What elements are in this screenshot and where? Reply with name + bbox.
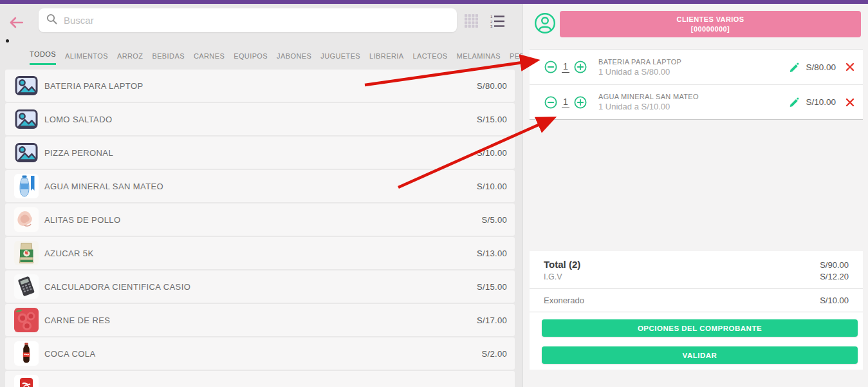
remove-item-icon[interactable] [845,97,855,108]
cart-items-card: 1 BATERIA PARA LAPTOP 1 Unidad a S/80.00… [530,49,863,120]
product-name: ALITAS DE POLLO [44,215,120,225]
product-price: S/15.00 [477,115,507,124]
catalog-panel: 123 TODOSALIMENTOSARROZBEBIDASCARNESEQUI… [0,4,522,387]
product-price: S/10.00 [477,182,507,191]
list-view-icon[interactable]: 123 [490,14,505,29]
product-price: S/15.00 [477,282,507,292]
category-tab-juguetes[interactable]: JUGUETES [320,52,360,65]
product-row[interactable]: BATERIA PARA LAPTOP S/80.00 [5,70,515,102]
placeholder-product-image [14,73,39,98]
cart-panel: CLIENTES VARIOS [00000000] 1 BATERIA PAR… [522,4,868,387]
igv-label: I.G.V [544,272,562,281]
increase-qty-button[interactable] [574,96,587,109]
increase-qty-button[interactable] [574,61,587,73]
cart-item-name: AGUA MINERAL SAN MATEO [598,93,699,100]
product-name: LOMO SALTADO [44,115,112,124]
totals-card: Total (2) S/90.00 I.G.V S/12.20 Exonerad… [530,251,863,370]
product-price: S/10.00 [477,148,507,158]
product-row[interactable] [5,371,515,387]
category-tab-lacteos[interactable]: LACTEOS [412,52,447,65]
client-document: [00000000] [560,24,861,34]
product-price: S/2.00 [482,349,507,359]
redcan-product-image [14,375,39,387]
total-label: Total (2) [544,259,580,270]
back-button[interactable] [8,14,26,32]
cart-item-price: S/80.00 [806,62,836,72]
product-row[interactable]: CALCULADORA CIENTIFICA CASIO S/15.00 [5,270,515,303]
remove-item-icon[interactable] [845,62,855,72]
cart-item-text: AGUA MINERAL SAN MATEO 1 Unidad a S/10.0… [598,93,699,111]
category-tab-melaminas[interactable]: MELAMINAS [457,52,501,65]
client-name: CLIENTES VARIOS [560,15,861,24]
meat-product-image [14,308,39,332]
category-tab-carnes[interactable]: CARNES [194,52,225,65]
svg-text:3: 3 [490,24,493,28]
cart-item-detail: 1 Unidad a S/10.00 [598,102,699,111]
qty-input[interactable]: 1 [562,61,569,73]
product-row[interactable]: COCA COLA S/2.00 [5,337,515,370]
category-tab-todos[interactable]: TODOS [30,50,56,65]
product-row[interactable]: AGUA MINERAL SAN MATEO S/10.00 [5,170,515,202]
client-select-button[interactable]: CLIENTES VARIOS [00000000] [560,11,861,37]
cart-item: 1 BATERIA PARA LAPTOP 1 Unidad a S/80.00… [530,50,863,84]
product-name: CALCULADORA CIENTIFICA CASIO [44,282,190,292]
decrease-qty-button[interactable] [544,96,557,109]
product-row[interactable]: PIZZA PERONAL S/10.00 [5,137,515,169]
product-price: S/80.00 [477,81,507,91]
category-tab-jabones[interactable]: JABONES [277,52,311,65]
category-tab-arroz[interactable]: ARROZ [117,52,143,65]
coke-product-image [14,341,39,366]
product-row[interactable]: AZUCAR 5K S/13.00 [5,237,515,269]
qty-input[interactable]: 1 [562,97,569,108]
product-price: S/5.00 [482,215,507,225]
product-price: S/13.00 [477,249,507,258]
decrease-qty-button[interactable] [544,61,557,73]
search-box[interactable] [39,8,457,32]
product-name: AGUA MINERAL SAN MATEO [44,182,163,191]
edit-price-icon[interactable] [789,62,800,73]
cart-item-detail: 1 Unidad a S/80.00 [598,67,681,77]
voucher-options-button[interactable]: OPCIONES DEL COMPROBANTE [542,319,858,337]
product-name: COCA COLA [44,349,95,359]
igv-value: S/12.20 [820,272,849,281]
category-tab-alimentos[interactable]: ALIMENTOS [65,52,108,65]
calculator-product-image [14,274,39,299]
cart-item-price: S/10.00 [806,97,836,107]
client-row: CLIENTES VARIOS [00000000] [523,11,868,42]
bullet-dot [6,39,9,42]
edit-price-icon[interactable] [789,97,800,108]
total-value: S/90.00 [820,260,849,270]
product-list: BATERIA PARA LAPTOP S/80.00 LOMO SALTADO… [5,70,515,387]
validate-button[interactable]: VALIDAR [542,346,858,364]
chicken-product-image [14,207,39,232]
exonerado-value: S/10.00 [820,296,849,305]
svg-text:2: 2 [490,20,493,24]
category-tab-bebidas[interactable]: BEBIDAS [152,52,185,65]
search-icon [46,14,57,27]
product-price: S/17.00 [477,316,507,325]
exonerado-label: Exonerado [544,296,584,305]
category-tab-equipos[interactable]: EQUIPOS [234,52,268,65]
product-name: PIZZA PERONAL [44,148,113,158]
search-input[interactable] [64,15,449,26]
product-name: CARNE DE RES [44,316,110,325]
top-accent-bar [0,0,868,4]
water-product-image [14,174,39,198]
category-tab-libreria[interactable]: LIBRERIA [369,52,403,65]
placeholder-product-image [14,140,39,165]
product-row[interactable]: ALITAS DE POLLO S/5.00 [5,203,515,236]
product-row[interactable]: CARNE DE RES S/17.00 [5,304,515,336]
back-arrow-icon [8,22,24,33]
svg-text:1: 1 [490,15,493,19]
client-avatar-icon [534,12,556,34]
cart-item-name: BATERIA PARA LAPTOP [598,58,681,66]
placeholder-product-image [14,107,39,131]
grid-view-icon[interactable] [464,14,479,29]
cart-item: 1 AGUA MINERAL SAN MATEO 1 Unidad a S/10… [530,84,863,119]
product-row[interactable]: LOMO SALTADO S/15.00 [5,103,515,135]
category-tabs: TODOSALIMENTOSARROZBEBIDASCARNESEQUIPOSJ… [30,50,558,65]
cart-item-text: BATERIA PARA LAPTOP 1 Unidad a S/80.00 [598,58,681,77]
sugar-product-image [14,241,39,265]
product-name: BATERIA PARA LAPTOP [44,81,143,91]
divider [530,312,863,312]
